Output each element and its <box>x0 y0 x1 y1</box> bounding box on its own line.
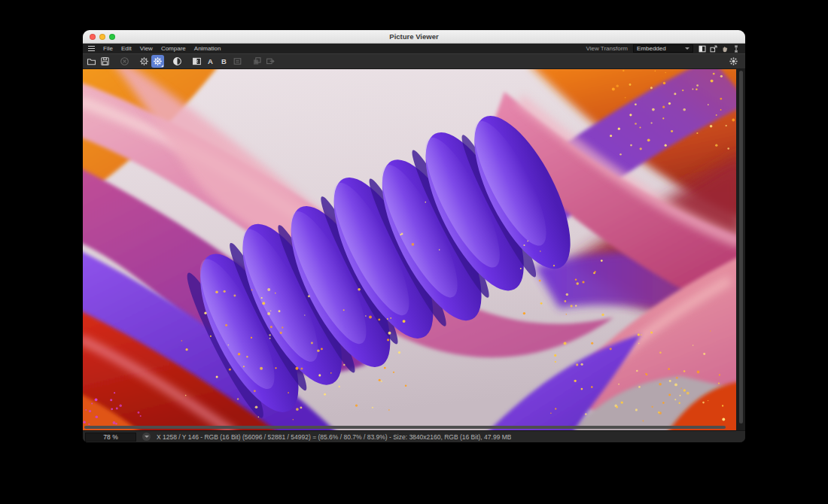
toolbar: A B <box>83 53 745 69</box>
vertical-scrollbar[interactable] <box>739 71 743 424</box>
view-transform-value: Embedded <box>637 45 666 52</box>
version-b-button[interactable]: B <box>218 55 230 68</box>
split-view-icon[interactable] <box>699 45 706 53</box>
gear-lines-icon <box>153 56 163 66</box>
picture-viewer-window: Picture Viewer File Edit View Compare An… <box>83 30 745 442</box>
open-folder-button[interactable] <box>85 55 98 68</box>
menu-file[interactable]: File <box>103 45 113 52</box>
menu-view[interactable]: View <box>140 45 153 52</box>
zoom-button[interactable] <box>109 34 115 40</box>
zoom-dropdown-button[interactable] <box>142 433 151 441</box>
x-circle-icon <box>120 56 129 66</box>
view-transform-label: View Transform <box>586 45 628 52</box>
menu-compare[interactable]: Compare <box>161 45 186 52</box>
chevron-down-icon <box>145 436 149 438</box>
save-button[interactable] <box>99 55 111 68</box>
window-title: Picture Viewer <box>83 32 745 41</box>
close-button[interactable] <box>90 34 96 40</box>
view-transform-select[interactable]: Embedded <box>633 44 693 53</box>
convert-gear-icon <box>729 56 738 66</box>
contrast-circle-icon <box>172 56 182 66</box>
version-b-label: B <box>221 57 227 65</box>
menu-edit[interactable]: Edit <box>121 45 132 52</box>
menu-animation[interactable]: Animation <box>194 45 221 52</box>
rendered-image <box>83 69 736 430</box>
image-viewport[interactable] <box>83 69 745 430</box>
contrast-button[interactable] <box>171 55 184 68</box>
titlebar: Picture Viewer <box>83 30 745 44</box>
filter-enabled-button[interactable] <box>151 55 164 68</box>
split-compare-icon <box>192 56 202 66</box>
filter-settings-button[interactable] <box>138 55 151 68</box>
hamburger-menu-icon[interactable] <box>88 46 95 51</box>
folder-icon <box>87 56 96 66</box>
minimize-button[interactable] <box>99 34 105 40</box>
zoom-level-field[interactable]: 78 % <box>85 433 136 442</box>
traffic-lights <box>83 34 115 40</box>
link-box-icon <box>233 56 242 66</box>
cancel-render-button <box>118 55 131 68</box>
chevron-down-icon <box>685 47 689 50</box>
version-a-button[interactable]: A <box>204 55 217 68</box>
version-a-label: A <box>208 57 213 65</box>
floppy-disk-icon <box>100 56 110 66</box>
detach-window-icon[interactable] <box>710 45 717 53</box>
swap-vertical-icon[interactable] <box>732 45 740 53</box>
copy-icon <box>252 56 262 66</box>
copy-button <box>251 55 263 68</box>
gear-x-icon <box>139 56 149 66</box>
menubar: File Edit View Compare Animation View Tr… <box>83 44 745 53</box>
horizontal-scrollbar[interactable] <box>84 426 726 429</box>
link-ab-button <box>231 55 244 68</box>
statusbar: 78 % X 1258 / Y 146 - RGB (16 Bit) (5609… <box>83 430 745 442</box>
convert-settings-button[interactable] <box>727 55 740 68</box>
compare-split-button[interactable] <box>190 55 203 68</box>
pixel-info-text: X 1258 / Y 146 - RGB (16 Bit) (56096 / 5… <box>157 433 511 441</box>
export-button <box>264 55 277 68</box>
hand-tool-icon[interactable] <box>721 45 729 53</box>
box-arrow-icon <box>266 56 275 66</box>
